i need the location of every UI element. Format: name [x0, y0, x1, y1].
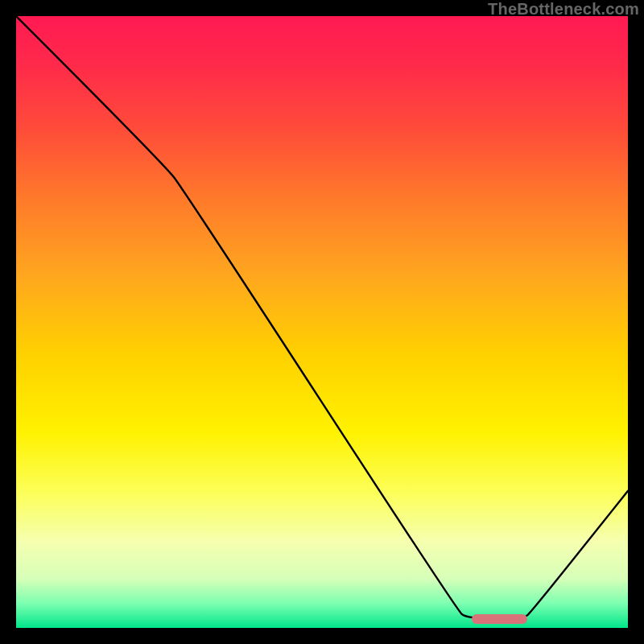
watermark-text: TheBottleneck.com: [488, 0, 639, 19]
chart-frame: TheBottleneck.com: [0, 0, 644, 644]
optimum-marker: [472, 614, 526, 624]
gradient-background: [16, 16, 628, 628]
